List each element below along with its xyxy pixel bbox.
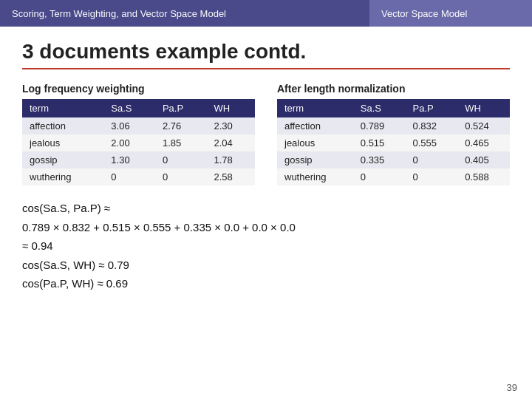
table-cell: 2.30 <box>207 117 256 134</box>
header: Scoring, Term Weighting, and Vector Spac… <box>0 0 532 27</box>
log-freq-table: term Sa.S Pa.P WH affection3.062.762.30j… <box>22 99 255 185</box>
table-cell: 0 <box>155 168 207 185</box>
table-cell: 0.832 <box>406 117 458 134</box>
after-norm-title: After length normalization <box>277 83 510 95</box>
formula-line3: ≈ 0.94 <box>22 236 510 256</box>
table-cell: 0 <box>103 168 155 185</box>
table-cell: 3.06 <box>103 117 155 134</box>
table-row: gossip0.33500.405 <box>277 151 510 168</box>
main-content: 3 documents example contd. Log frequency… <box>0 27 532 301</box>
table-row: wuthering002.58 <box>22 168 255 185</box>
table-cell: gossip <box>277 151 353 168</box>
page-number: 39 <box>507 382 517 393</box>
header-right: Vector Space Model <box>369 0 532 27</box>
header-right-label: Vector Space Model <box>381 8 467 19</box>
table-cell: 2.00 <box>103 134 155 151</box>
table-cell: jealous <box>277 134 353 151</box>
log-freq-col-sas: Sa.S <box>103 99 155 117</box>
table-row: wuthering000.588 <box>277 168 510 185</box>
table-row: jealous2.001.852.04 <box>22 134 255 151</box>
table-cell: 2.76 <box>155 117 207 134</box>
table-cell: gossip <box>22 151 103 168</box>
after-norm-section: After length normalization term Sa.S Pa.… <box>277 83 510 185</box>
table-cell: 0 <box>353 168 406 185</box>
table-cell: wuthering <box>277 168 353 185</box>
table-cell: 0 <box>406 168 458 185</box>
after-norm-col-wh: WH <box>457 99 510 117</box>
table-cell: 1.85 <box>155 134 207 151</box>
log-freq-header-row: term Sa.S Pa.P WH <box>22 99 255 117</box>
log-freq-title: Log frequency weighting <box>22 83 255 95</box>
log-freq-col-wh: WH <box>207 99 256 117</box>
table-cell: 0.405 <box>457 151 510 168</box>
after-norm-col-sas: Sa.S <box>353 99 406 117</box>
table-cell: 0 <box>406 151 458 168</box>
table-cell: 2.04 <box>207 134 256 151</box>
table-cell: wuthering <box>22 168 103 185</box>
table-cell: 0.335 <box>353 151 406 168</box>
header-left: Scoring, Term Weighting, and Vector Spac… <box>0 0 369 27</box>
page-title: 3 documents example contd. <box>22 40 510 69</box>
after-norm-header-row: term Sa.S Pa.P WH <box>277 99 510 117</box>
formula-line1: cos(Sa.S, Pa.P) ≈ <box>22 199 510 218</box>
table-cell: 0.524 <box>457 117 510 134</box>
log-freq-section: Log frequency weighting term Sa.S Pa.P W… <box>22 83 255 185</box>
tables-row: Log frequency weighting term Sa.S Pa.P W… <box>22 83 510 185</box>
table-cell: 2.58 <box>207 168 256 185</box>
table-row: affection3.062.762.30 <box>22 117 255 134</box>
table-cell: jealous <box>22 134 103 151</box>
table-cell: 1.78 <box>207 151 256 168</box>
log-freq-col-term: term <box>22 99 103 117</box>
after-norm-col-pap: Pa.P <box>406 99 458 117</box>
header-left-label: Scoring, Term Weighting, and Vector Spac… <box>12 8 226 19</box>
table-cell: 0 <box>155 151 207 168</box>
after-norm-col-term: term <box>277 99 353 117</box>
log-freq-col-pap: Pa.P <box>155 99 207 117</box>
formula-line2: 0.789 × 0.832 + 0.515 × 0.555 + 0.335 × … <box>22 218 510 237</box>
table-cell: 0.588 <box>457 168 510 185</box>
formula-line5: cos(Pa.P, WH) ≈ 0.69 <box>22 274 510 293</box>
table-cell: 1.30 <box>103 151 155 168</box>
table-cell: 0.465 <box>457 134 510 151</box>
table-row: affection0.7890.8320.524 <box>277 117 510 134</box>
table-row: gossip1.3001.78 <box>22 151 255 168</box>
table-row: jealous0.5150.5550.465 <box>277 134 510 151</box>
table-cell: 0.789 <box>353 117 406 134</box>
table-cell: 0.515 <box>353 134 406 151</box>
formula-section: cos(Sa.S, Pa.P) ≈ 0.789 × 0.832 + 0.515 … <box>22 199 510 293</box>
table-cell: 0.555 <box>406 134 458 151</box>
after-norm-table: term Sa.S Pa.P WH affection0.7890.8320.5… <box>277 99 510 185</box>
table-cell: affection <box>22 117 103 134</box>
table-cell: affection <box>277 117 353 134</box>
formula-line4: cos(Sa.S, WH) ≈ 0.79 <box>22 256 510 275</box>
